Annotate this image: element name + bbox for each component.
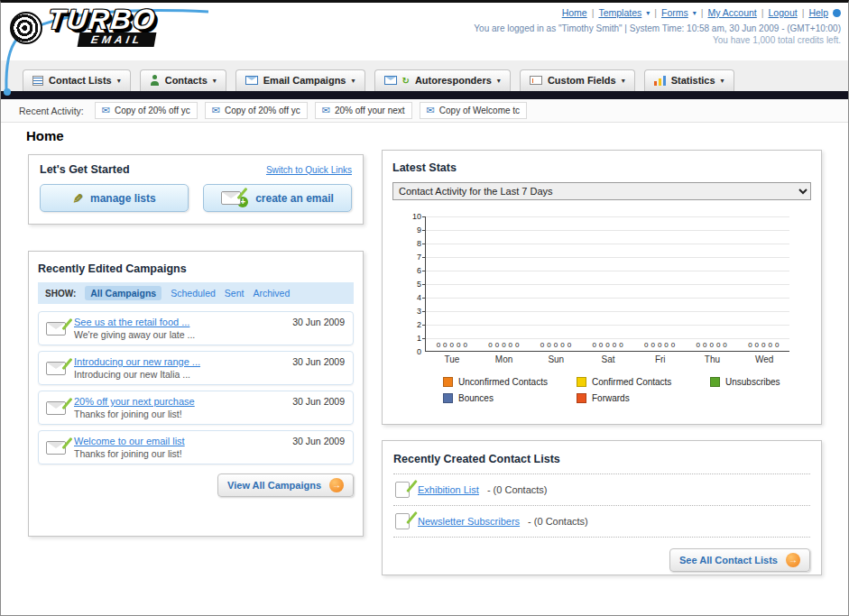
nav-tab-statistics[interactable]: Statistics ▾	[644, 69, 734, 91]
bar-value-label: 0	[437, 342, 440, 349]
top-link-home[interactable]: Home	[562, 7, 587, 18]
campaign-item[interactable]: Welcome to our email list Thanks for joi…	[38, 430, 354, 464]
chart-bar-group: 00000	[737, 216, 789, 351]
bar-value-label: 0	[568, 342, 571, 349]
legend-item: Bounces	[443, 393, 577, 403]
bar-value-label: 0	[540, 342, 544, 349]
campaign-list: See us at the retail food ... We're givi…	[38, 311, 354, 464]
recent-activity-item[interactable]: ✉ 20% off your next	[315, 102, 412, 119]
bar-value-label: 0	[709, 342, 713, 349]
separator: |	[802, 7, 805, 18]
recent-activity-item[interactable]: ✉ Copy of 20% off yc	[95, 102, 198, 119]
latest-stats-title: Latest Stats	[392, 161, 457, 174]
nav-tab-autoresponders[interactable]: ↻ Autoresponders ▾	[374, 69, 511, 91]
get-started-title: Let's Get Started	[40, 163, 130, 176]
contact-list-count: - (0 Contacts)	[487, 484, 548, 495]
nav-tab-custom-fields[interactable]: Custom Fields ▾	[520, 69, 635, 91]
contact-list-link[interactable]: Exhibition List	[418, 484, 479, 495]
list-edit-icon	[395, 513, 410, 529]
envelope-icon: ✉	[102, 105, 110, 116]
campaign-item[interactable]: 20% off your next purchase Thanks for jo…	[38, 391, 354, 425]
main-content: Home Let's Get Started Switch to Quick L…	[1, 123, 848, 616]
bar-value-label: 0	[502, 342, 505, 349]
top-link-templates[interactable]: Templates	[598, 7, 641, 18]
bar-value-label: 0	[755, 342, 759, 349]
campaign-edit-icon	[46, 322, 66, 336]
list-edit-icon	[395, 482, 410, 498]
legend-label: Forwards	[592, 393, 630, 403]
chart-bar-group: 00000	[426, 216, 478, 351]
x-tick-label: Fri	[634, 354, 687, 364]
filter-archived[interactable]: Archived	[253, 288, 290, 299]
campaign-item[interactable]: See us at the retail food ... We're givi…	[38, 311, 354, 345]
campaign-title-link[interactable]: Introducing our new range ...	[74, 356, 200, 367]
separator: |	[761, 7, 764, 18]
refresh-icon: ↻	[402, 76, 410, 86]
campaign-title-link[interactable]: See us at the retail food ...	[74, 317, 195, 327]
header: TURBO EMAIL Home | Templates ▾ | Forms ▾…	[1, 3, 848, 60]
view-all-campaigns-button[interactable]: View All Campaigns →	[217, 473, 354, 497]
chevron-down-icon: ▾	[497, 77, 501, 85]
legend-swatch	[710, 377, 720, 387]
bar-value-label: 0	[605, 342, 609, 349]
campaign-title-link[interactable]: Welcome to our email list	[74, 436, 185, 446]
nav-tab-email-campaigns[interactable]: Email Campaigns ▾	[235, 69, 365, 91]
campaign-title-link[interactable]: 20% off your next purchase	[74, 396, 195, 407]
legend-item: Confirmed Contacts	[577, 377, 710, 387]
top-link-help[interactable]: Help	[808, 7, 828, 18]
page-title: Home	[26, 128, 64, 143]
chevron-down-icon: ▾	[213, 77, 217, 85]
contact-list-link[interactable]: Newsletter Subscribers	[418, 516, 520, 527]
chart-x-labels: TueMonSunSatFriThuWed	[426, 354, 790, 364]
campaign-subtitle: We're giving away our late ...	[74, 329, 195, 340]
filter-all-campaigns[interactable]: All Campaigns	[85, 286, 161, 300]
separator: |	[654, 7, 657, 18]
switch-quick-links-link[interactable]: Switch to Quick Links	[266, 165, 352, 175]
recent-activity-text: Copy of 20% off yc	[225, 106, 300, 115]
separator: |	[701, 7, 704, 18]
contact-list-item[interactable]: Newsletter Subscribers - (0 Contacts)	[393, 506, 810, 538]
nav-tab-contact-lists[interactable]: Contact Lists ▾	[23, 69, 131, 91]
legend-swatch	[577, 377, 586, 387]
x-tick-label: Thu	[687, 354, 739, 364]
contact-lists-icon	[32, 76, 43, 86]
manage-lists-button[interactable]: ✎ manage lists	[40, 184, 189, 212]
recent-activity-text: Copy of 20% off yc	[115, 106, 190, 115]
see-all-contact-lists-button[interactable]: See All Contact Lists →	[669, 548, 810, 572]
y-tick-label: 10	[412, 212, 421, 221]
recent-activity-item[interactable]: ✉ Copy of Welcome tc	[420, 102, 528, 119]
campaign-item[interactable]: Introducing our new range ... Introducin…	[38, 351, 354, 385]
legend-label: Confirmed Contacts	[592, 377, 671, 387]
campaign-date: 30 Jun 2009	[292, 356, 345, 367]
envelope-icon	[221, 191, 241, 205]
chevron-down-icon: ▾	[646, 9, 650, 17]
filter-sent[interactable]: Sent	[225, 288, 245, 299]
recent-activity-text: 20% off your next	[335, 106, 405, 115]
y-tick-label: 0	[417, 347, 421, 356]
top-link-logout[interactable]: Logout	[769, 7, 798, 18]
nav-tab-label: Contact Lists	[49, 75, 112, 86]
chart-bar-group: 00000	[530, 216, 582, 351]
contact-lists-title: Recently Created Contact Lists	[393, 453, 560, 465]
campaigns-title: Recently Edited Campaigns	[38, 262, 187, 275]
filter-scheduled[interactable]: Scheduled	[171, 288, 216, 299]
stats-period-select[interactable]: Contact Activity for the Last 7 Days	[392, 182, 811, 200]
create-email-button[interactable]: + create an email	[203, 184, 352, 212]
nav-tab-label: Contacts	[165, 75, 208, 86]
help-icon[interactable]	[833, 9, 841, 17]
chevron-down-icon: ▾	[351, 77, 355, 85]
contact-list-item[interactable]: Exhibition List - (0 Contacts)	[393, 474, 810, 506]
nav-tab-contacts[interactable]: Contacts ▾	[140, 69, 226, 91]
legend-swatch	[443, 377, 453, 387]
top-link-my-account[interactable]: My Account	[708, 7, 757, 18]
bar-value-label: 0	[547, 342, 550, 349]
nav-tab-label: Autoresponders	[415, 75, 492, 86]
legend-item: Unsubscribes	[710, 377, 844, 387]
recent-activity-item[interactable]: ✉ Copy of 20% off yc	[205, 102, 308, 119]
campaign-date: 30 Jun 2009	[292, 317, 345, 327]
campaign-edit-icon	[46, 441, 66, 455]
top-link-forms[interactable]: Forms	[661, 7, 688, 18]
bar-value-label: 0	[592, 342, 595, 349]
y-tick-label: 7	[417, 253, 421, 262]
legend-item: Forwards	[577, 393, 710, 403]
